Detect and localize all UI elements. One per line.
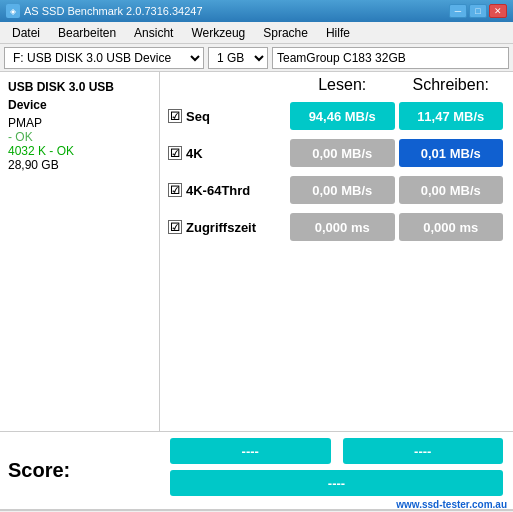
drive-select[interactable]: F: USB DISK 3.0 USB Device xyxy=(4,47,204,69)
schreiben-header: Schreiben: xyxy=(397,76,506,94)
4k64thrd-label: ☑ 4K-64Thrd xyxy=(168,183,288,198)
device-name-line1: USB DISK 3.0 USB xyxy=(8,80,151,94)
watermark: www.ssd-tester.com.au xyxy=(396,499,507,510)
maximize-button[interactable]: □ xyxy=(469,4,487,18)
seq-label: ☑ Seq xyxy=(168,109,288,124)
score-label: Score: xyxy=(8,459,70,482)
4k-row: ☑ 4K 0,00 MB/s 0,01 MB/s xyxy=(168,137,505,169)
menu-werkzeug[interactable]: Werkzeug xyxy=(183,24,253,42)
score-results: ---- ---- ---- xyxy=(168,438,505,503)
column-headers: Lesen: Schreiben: xyxy=(168,76,505,94)
menu-hilfe[interactable]: Hilfe xyxy=(318,24,358,42)
zugriffszeit-label: ☑ Zugriffszeit xyxy=(168,220,288,235)
seq-read: 94,46 MB/s xyxy=(290,102,395,130)
seq-checkbox[interactable]: ☑ xyxy=(168,109,182,123)
status-ok-2: 4032 K - OK xyxy=(8,144,151,158)
right-panel: Lesen: Schreiben: ☑ Seq 94,46 MB/s 11,47… xyxy=(160,72,513,431)
score-total: ---- xyxy=(170,470,503,496)
zugriffszeit-checkbox[interactable]: ☑ xyxy=(168,220,182,234)
menu-bar: Datei Bearbeiten Ansicht Werkzeug Sprach… xyxy=(0,22,513,44)
score-read: ---- xyxy=(170,438,331,464)
4k64thrd-row: ☑ 4K-64Thrd 0,00 MB/s 0,00 MB/s xyxy=(168,174,505,206)
4k64thrd-read: 0,00 MB/s xyxy=(290,176,395,204)
zugriffszeit-read: 0,000 ms xyxy=(290,213,395,241)
score-bottom-row: ---- xyxy=(168,470,505,496)
status-ok-1: - OK xyxy=(8,130,151,144)
app-icon: ◈ xyxy=(6,4,20,18)
score-top-row: ---- ---- xyxy=(168,438,505,464)
4k64thrd-checkbox[interactable]: ☑ xyxy=(168,183,182,197)
score-label-container: Score: xyxy=(8,438,168,503)
toolbar: F: USB DISK 3.0 USB Device 1 GB xyxy=(0,44,513,72)
disk-size: 28,90 GB xyxy=(8,158,151,172)
4k64thrd-write: 0,00 MB/s xyxy=(399,176,504,204)
menu-datei[interactable]: Datei xyxy=(4,24,48,42)
seq-write: 11,47 MB/s xyxy=(399,102,504,130)
zugriffszeit-row: ☑ Zugriffszeit 0,000 ms 0,000 ms xyxy=(168,211,505,243)
4k-checkbox[interactable]: ☑ xyxy=(168,146,182,160)
lesen-header: Lesen: xyxy=(288,76,397,94)
size-select[interactable]: 1 GB xyxy=(208,47,268,69)
title-bar: ◈ AS SSD Benchmark 2.0.7316.34247 ─ □ ✕ xyxy=(0,0,513,22)
device-name-line2: Device xyxy=(8,98,151,112)
menu-sprache[interactable]: Sprache xyxy=(255,24,316,42)
score-write: ---- xyxy=(343,438,504,464)
disk-name-input[interactable] xyxy=(272,47,509,69)
4k-label: ☑ 4K xyxy=(168,146,288,161)
main-content: USB DISK 3.0 USB Device PMAP - OK 4032 K… xyxy=(0,72,513,432)
pmap-label: PMAP xyxy=(8,116,151,130)
left-panel: USB DISK 3.0 USB Device PMAP - OK 4032 K… xyxy=(0,72,160,431)
app-title: AS SSD Benchmark 2.0.7316.34247 xyxy=(24,5,203,17)
menu-ansicht[interactable]: Ansicht xyxy=(126,24,181,42)
zugriffszeit-write: 0,000 ms xyxy=(399,213,504,241)
menu-bearbeiten[interactable]: Bearbeiten xyxy=(50,24,124,42)
minimize-button[interactable]: ─ xyxy=(449,4,467,18)
close-button[interactable]: ✕ xyxy=(489,4,507,18)
4k-write: 0,01 MB/s xyxy=(399,139,504,167)
4k-read: 0,00 MB/s xyxy=(290,139,395,167)
window-controls: ─ □ ✕ xyxy=(449,4,507,18)
seq-row: ☑ Seq 94,46 MB/s 11,47 MB/s xyxy=(168,100,505,132)
